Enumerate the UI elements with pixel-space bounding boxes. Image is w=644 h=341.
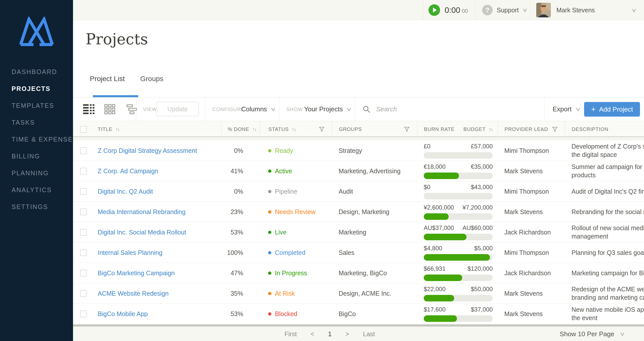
prev-page-button[interactable]: < <box>311 330 314 338</box>
row-checkbox[interactable] <box>80 229 87 236</box>
current-page[interactable]: 1 <box>328 330 332 338</box>
project-title-link[interactable]: BigCo Marketing Campaign <box>98 269 175 277</box>
burn-bar-track <box>424 254 493 261</box>
row-checkbox[interactable] <box>80 188 87 195</box>
sidebar-item-dashboard[interactable]: DASHBOARD <box>0 63 73 80</box>
tab-project-list[interactable]: Project List <box>86 60 129 97</box>
sidebar-item-planning[interactable]: PLANNING <box>0 165 73 182</box>
filter-icon[interactable] <box>319 127 325 132</box>
tab-groups[interactable]: Groups <box>136 60 167 97</box>
header-done[interactable]: % DONE↑↓ <box>221 121 260 137</box>
add-project-button[interactable]: + Add Project <box>584 102 640 117</box>
chevron-down-icon: ∨ <box>619 331 625 337</box>
next-page-button[interactable]: > <box>345 330 349 338</box>
chevron-down-icon: ∨ <box>575 106 581 113</box>
row-select-cell <box>73 188 91 195</box>
header-groups[interactable]: GROUPS <box>332 121 417 137</box>
sort-icon[interactable]: ↑↓ <box>489 126 493 132</box>
support-menu[interactable]: ? Support ∨ <box>482 0 527 20</box>
sidebar-item-analytics[interactable]: ANALYTICS <box>0 182 73 198</box>
sidebar-item-settings[interactable]: SETTINGS <box>0 198 73 215</box>
first-page-button[interactable]: First <box>284 330 297 338</box>
percent-done-cell: 0% <box>221 147 260 154</box>
chevron-down-icon[interactable]: ∨ <box>631 7 637 14</box>
sort-icon[interactable]: ↑↓ <box>292 126 296 132</box>
per-page-dropdown[interactable]: Show 10 Per Page ∨ <box>560 327 624 341</box>
status-dot-icon <box>268 251 271 254</box>
header-description: DESCRIPTION <box>565 121 644 137</box>
project-title-link[interactable]: Digital Inc. Social Media Rollout <box>98 229 186 236</box>
project-title-link[interactable]: BigCo Mobile App <box>98 310 148 317</box>
sidebar-item-templates[interactable]: TEMPLATES <box>0 97 73 114</box>
project-title-link[interactable]: Internal Sales Planning <box>98 249 162 256</box>
burn-bar-track <box>424 234 493 240</box>
export-dropdown[interactable]: Export ∨ <box>553 97 580 121</box>
project-title-cell: BigCo Mobile App <box>91 310 221 318</box>
sidebar-item-billing[interactable]: BILLING <box>0 148 73 165</box>
project-title-link[interactable]: Media International Rebranding <box>98 208 186 215</box>
row-checkbox[interactable] <box>80 209 87 215</box>
search-input[interactable] <box>376 105 452 113</box>
last-page-button[interactable]: Last <box>363 330 375 338</box>
sort-icon[interactable]: ↑↓ <box>252 126 256 132</box>
status-badge: Pipeline <box>275 188 297 195</box>
start-timer-button[interactable] <box>428 4 440 16</box>
provider-lead-cell: Mimi Thompson <box>498 147 565 154</box>
project-title-cell: ACME Website Redesign <box>91 290 221 297</box>
row-checkbox[interactable] <box>80 168 87 175</box>
column-label: % DONE <box>228 126 249 132</box>
filter-icon[interactable] <box>404 127 410 132</box>
table-row: BigCo Mobile App 53% Blocked BigCo $17,6… <box>73 304 644 324</box>
row-checkbox[interactable] <box>80 311 87 317</box>
project-title-link[interactable]: Z Corp Digital Strategy Assessment <box>98 147 197 154</box>
header-status[interactable]: STATUS↑↓ <box>260 121 332 137</box>
description-cell: Rollout of new social media management <box>565 224 644 241</box>
row-select-cell <box>73 168 91 175</box>
projects-filter-dropdown[interactable]: Your Projects ∨ <box>304 97 351 121</box>
header-title[interactable]: TITLE↑↓ <box>91 121 221 137</box>
columns-dropdown[interactable]: Columns ∨ <box>241 97 275 121</box>
burn-amount: AU$37,000 <box>424 224 454 231</box>
row-checkbox[interactable] <box>80 249 87 256</box>
row-checkbox[interactable] <box>80 147 87 154</box>
grid-view-icon[interactable] <box>104 104 116 115</box>
filter-icon[interactable] <box>552 127 558 132</box>
header-provider-lead[interactable]: PROVIDER LEAD <box>498 121 565 137</box>
timer-seconds: 00 <box>462 8 468 14</box>
row-select-cell <box>73 270 91 277</box>
burn-bar-track <box>424 295 493 301</box>
status-badge: Completed <box>275 249 305 256</box>
select-all-checkbox[interactable] <box>80 126 87 133</box>
status-cell: Live <box>260 229 332 236</box>
update-button[interactable]: Update <box>156 102 199 116</box>
row-checkbox[interactable] <box>80 290 87 297</box>
project-title-link[interactable]: Z Corp. Ad Campaign <box>98 167 158 175</box>
sidebar-item-tasks[interactable]: TASKS <box>0 114 73 131</box>
status-badge: In Progress <box>275 269 307 277</box>
project-title-link[interactable]: Digital Inc. Q2 Audit <box>98 188 153 195</box>
divider <box>544 97 545 121</box>
status-dot-icon <box>268 312 271 316</box>
status-cell: Blocked <box>260 310 332 318</box>
provider-lead-cell: Mimi Thompson <box>498 249 565 256</box>
gantt-view-icon[interactable] <box>125 104 137 115</box>
configure-label: CONFIGURE <box>212 107 245 112</box>
status-cell: Completed <box>260 249 332 256</box>
mavenlink-logo-icon[interactable] <box>18 17 55 47</box>
percent-done-cell: 100% <box>221 249 260 256</box>
burn-bar-track <box>424 213 493 220</box>
divider <box>530 0 531 20</box>
sort-icon[interactable]: ↑↓ <box>115 126 119 132</box>
header-burn-budget[interactable]: BURN RATE BUDGET↑↓ <box>417 121 498 137</box>
list-view-icon[interactable] <box>83 104 95 115</box>
add-project-label: Add Project <box>599 106 633 113</box>
groups-cell: Sales <box>332 249 417 256</box>
horizontal-scrollbar[interactable] <box>73 324 644 326</box>
sidebar-item-projects[interactable]: PROJECTS <box>0 80 73 97</box>
sidebar-item-time-expense[interactable]: TIME & EXPENSE <box>0 131 73 148</box>
row-checkbox[interactable] <box>80 270 87 277</box>
project-title-link[interactable]: ACME Website Redesign <box>98 290 169 297</box>
user-menu[interactable]: Mark Stevens <box>536 0 595 20</box>
help-icon: ? <box>482 5 493 15</box>
toolbar: VIEW Update CONFIGURE Columns ∨ SHOW You… <box>73 97 644 121</box>
